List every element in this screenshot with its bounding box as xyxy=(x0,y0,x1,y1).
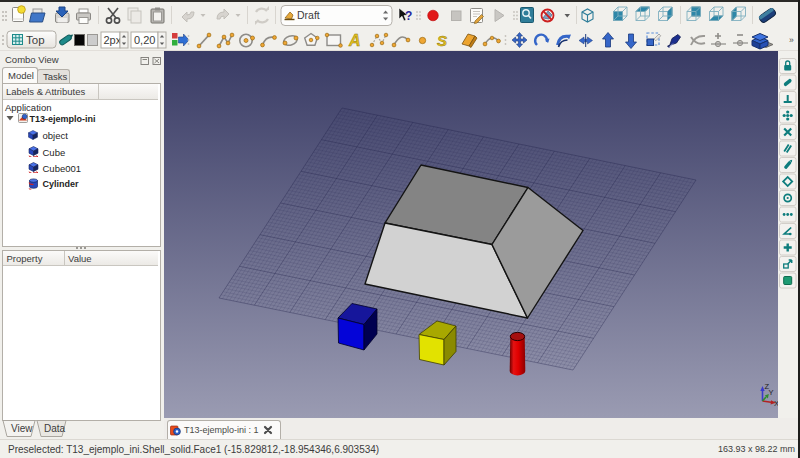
svg-text:S: S xyxy=(437,32,447,49)
svg-text:Draft: Draft xyxy=(297,9,320,21)
svg-text:View: View xyxy=(11,423,33,434)
svg-text:2px: 2px xyxy=(104,34,122,46)
svg-text:Top: Top xyxy=(26,34,45,46)
svg-text:A: A xyxy=(348,32,361,49)
svg-text:Data: Data xyxy=(44,423,66,434)
svg-text:?: ? xyxy=(405,9,412,23)
svg-text:0,20: 0,20 xyxy=(134,34,155,46)
svg-text:Y: Y xyxy=(769,388,774,397)
svg-text:»: » xyxy=(789,35,794,45)
